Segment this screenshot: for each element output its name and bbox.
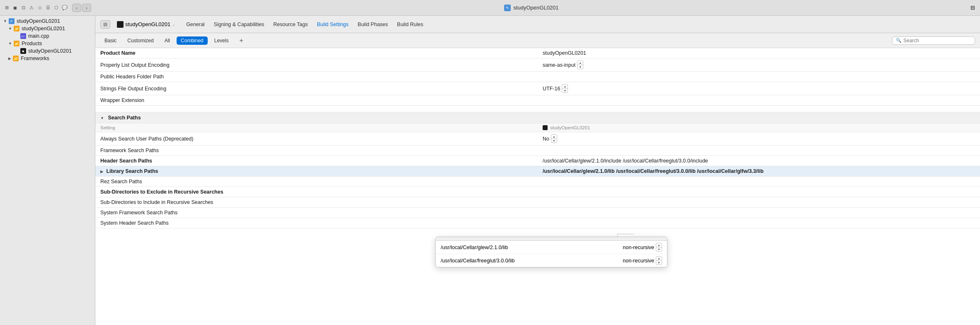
sidebar-toggle-button[interactable]: ▤ (100, 20, 110, 29)
tab-build-rules[interactable]: Build Rules (393, 20, 427, 29)
tab-bar: General Signing & Capabilities Resource … (182, 20, 975, 29)
project-icon: P (9, 18, 15, 24)
setting-label: Always Search User Paths (Deprecated) (95, 132, 538, 146)
setting-value: studyOpenGL0201 (538, 48, 980, 58)
sidebar-item-frameworks[interactable]: ▶ 📁 Frameworks (0, 55, 95, 62)
list-icon[interactable]: ☰ (45, 5, 51, 11)
sidebar-item-products[interactable]: ▼ 📁 Products (0, 40, 95, 47)
sidebar-label-product-file: studyOpenGL0201 (28, 48, 72, 54)
dropdown-row-2[interactable]: /usr/local/Cellar/freeglut/3.0.0/lib non… (436, 254, 667, 267)
folder-main-icon: 📁 (14, 26, 19, 32)
forward-button[interactable]: › (82, 4, 91, 12)
setting-value (538, 146, 980, 156)
table-row[interactable]: Public Headers Folder Path (95, 72, 980, 82)
sidebar-item-project-root[interactable]: ▼ P studyOpenGL0201 (0, 17, 95, 25)
table-row[interactable]: System Header Search Paths (95, 218, 980, 228)
filter-customized[interactable]: Customized (123, 36, 158, 45)
sidebar-label-group-main: studyOpenGL0201 (22, 26, 65, 32)
main-layout: ▼ P studyOpenGL0201 ▼ 📁 studyOpenGL0201 … (0, 16, 980, 325)
col-header-value-inner: studyOpenGL0201 (543, 125, 975, 130)
project-selector-name: studyOpenGL0201 (125, 21, 170, 27)
tab-resource[interactable]: Resource Tags (269, 20, 312, 29)
filter-combined[interactable]: Combined (177, 36, 208, 45)
expand-arrow-library: ▶ (100, 170, 103, 174)
title-bar: ⊞ ⏹ ⊡ ⚠ ◇ ☰ ⬡ 💬 ‹ › ✎ studyOpenGL0201 ⊟ (0, 0, 980, 16)
table-row[interactable]: Wrapper Extension (95, 95, 980, 106)
tag-icon[interactable]: ⬡ (53, 5, 60, 11)
sidebar: ▼ P studyOpenGL0201 ▼ 📁 studyOpenGL0201 … (0, 16, 95, 325)
setting-label: Strings File Output Encoding (95, 82, 538, 95)
tab-signing[interactable]: Signing & Capabilities (210, 20, 269, 29)
table-row[interactable]: Strings File Output Encoding UTF-16 ▲ ▼ (95, 82, 980, 95)
sidebar-label-frameworks: Frameworks (21, 56, 49, 61)
dropdown-path-1: /usr/local/Cellar/glew/2.1.0/lib (441, 245, 551, 250)
stepper-control[interactable]: ▲ ▼ (577, 61, 583, 69)
stepper-recursive-1[interactable]: ▲ ▼ (656, 243, 662, 252)
table-row[interactable]: Header Search Paths /usr/local/Cellar/gl… (95, 156, 980, 166)
table-row[interactable]: Property List Output Encoding same-as-in… (95, 58, 980, 72)
section-header-search-paths[interactable]: ▼ Search Paths (95, 112, 980, 124)
stop-icon[interactable]: ⏹ (12, 5, 18, 11)
grid-icon[interactable]: ⊞ (3, 5, 10, 11)
arrow-project-root: ▼ (3, 19, 7, 23)
warning-icon[interactable]: ⚠ (28, 5, 35, 11)
project-selector-icon (117, 21, 124, 28)
sidebar-label-project-root: studyOpenGL0201 (17, 18, 60, 24)
table-row[interactable]: Rez Search Paths (95, 177, 980, 187)
table-row-library-search[interactable]: ▶ Library Search Paths /usr/local/Cellar… (95, 166, 980, 177)
spacer-row (95, 106, 980, 112)
setting-value: /usr/local/Cellar/glew/2.1.0/include /us… (538, 156, 980, 166)
project-selector-chevron: ⌄ (172, 22, 175, 27)
search-box: 🔍 (892, 36, 975, 45)
sidebar-item-group-main[interactable]: ▼ 📁 studyOpenGL0201 (0, 25, 95, 32)
folder-frameworks-icon: 📁 (13, 56, 19, 61)
product-file-icon: ■ (20, 48, 26, 54)
setting-label: Sub-Directories to Exclude in Recursive … (95, 187, 538, 197)
stepper-control-strings[interactable]: ▲ ▼ (562, 84, 568, 93)
filter-all[interactable]: All (160, 36, 174, 45)
settings-table: Product Name studyOpenGL0201 Property Li… (95, 48, 980, 228)
table-row[interactable]: Product Name studyOpenGL0201 (95, 48, 980, 58)
device-icon[interactable]: ⊡ (20, 5, 27, 11)
filter-plus-button[interactable]: + (238, 37, 245, 44)
sidebar-item-main-cpp[interactable]: ▼ c+ main.cpp (0, 32, 95, 40)
dropdown-row-1[interactable]: /usr/local/Cellar/glew/2.1.0/lib non-rec… (436, 241, 667, 254)
filter-levels[interactable]: Levels (210, 36, 233, 45)
table-row[interactable]: Sub-Directories to Exclude in Recursive … (95, 187, 980, 197)
dropdown-header (436, 237, 667, 241)
tab-general[interactable]: General (182, 20, 209, 29)
setting-value (538, 208, 980, 218)
back-button[interactable]: ‹ (72, 4, 81, 12)
content-area: ▤ studyOpenGL0201 ⌄ General Signing & Ca… (95, 16, 980, 325)
cpp-file-icon: c+ (20, 33, 26, 39)
settings-column-header: Setting studyOpenGL0201 (95, 124, 980, 132)
tab-build-settings[interactable]: Build Settings (313, 20, 352, 29)
setting-label: Property List Output Encoding (95, 58, 538, 72)
settings-area: Product Name studyOpenGL0201 Property Li… (95, 48, 980, 325)
folder-products-icon: 📁 (14, 41, 19, 46)
dropdown-path-2: /usr/local/Cellar/freeglut/3.0.0/lib (441, 258, 551, 264)
stepper-recursive-2[interactable]: ▲ ▼ (656, 256, 662, 265)
table-row[interactable]: Always Search User Paths (Deprecated) No… (95, 132, 980, 146)
setting-label: Public Headers Folder Path (95, 72, 538, 82)
setting-label: Rez Search Paths (95, 177, 538, 187)
library-search-dropdown: /usr/local/Cellar/glew/2.1.0/lib non-rec… (435, 237, 667, 267)
no-stepper: No ▲ ▼ (543, 134, 975, 143)
diamond-icon[interactable]: ◇ (36, 5, 43, 11)
section-header-label: ▼ Search Paths (95, 112, 980, 124)
layout-toggle[interactable]: ⊟ (968, 4, 977, 12)
tab-build-phases[interactable]: Build Phases (354, 20, 392, 29)
table-row[interactable]: System Framework Search Paths (95, 208, 980, 218)
window-controls: ⊞ ⏹ ⊡ ⚠ ◇ ☰ ⬡ 💬 (3, 5, 68, 11)
recursive-value-2: non-recursive ▲ ▼ (551, 256, 662, 265)
table-row[interactable]: Framework Search Paths (95, 146, 980, 156)
filter-basic[interactable]: Basic (100, 36, 121, 45)
setting-value (538, 95, 980, 106)
project-selector[interactable]: studyOpenGL0201 ⌄ (114, 20, 178, 29)
sidebar-item-product-file[interactable]: ▼ ■ studyOpenGL0201 (0, 47, 95, 55)
message-icon[interactable]: 💬 (61, 5, 68, 11)
table-row[interactable]: Sub-Directories to Include in Recursive … (95, 197, 980, 208)
arrow-group-main: ▼ (8, 27, 12, 31)
search-input[interactable] (903, 38, 971, 44)
stepper-always-search[interactable]: ▲ ▼ (551, 134, 557, 143)
